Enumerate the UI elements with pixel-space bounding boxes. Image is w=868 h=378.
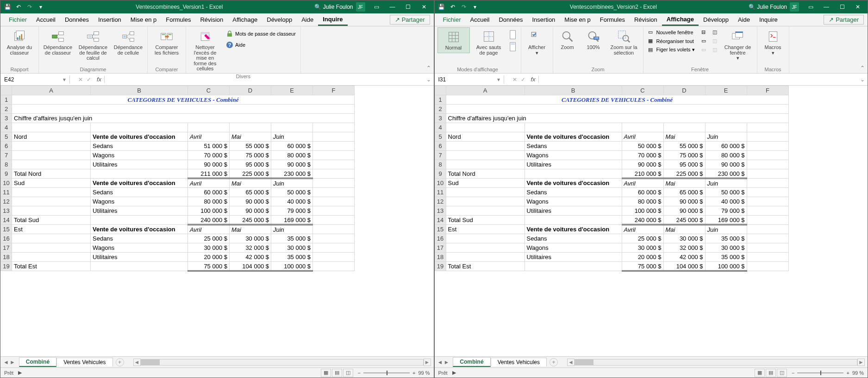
formula-input[interactable] bbox=[105, 79, 423, 81]
col-header[interactable]: B bbox=[91, 86, 188, 95]
tab-révision[interactable]: Révision bbox=[630, 13, 662, 26]
macro-rec-icon[interactable]: ▶ bbox=[452, 370, 456, 376]
reset-pos-button[interactable]: ◫ bbox=[711, 46, 719, 54]
select-all-button[interactable] bbox=[435, 86, 446, 95]
undo-button[interactable]: ↶ bbox=[448, 2, 458, 12]
share-button[interactable]: ↗Partager bbox=[390, 15, 430, 25]
scroll-left-icon[interactable]: ◄ bbox=[133, 359, 141, 366]
redo-button[interactable]: ↷ bbox=[25, 2, 35, 12]
save-button[interactable]: 💾 bbox=[2, 2, 12, 12]
col-header[interactable]: E bbox=[705, 86, 747, 95]
tab-inquire[interactable]: Inquire bbox=[755, 13, 782, 26]
unhide-button[interactable]: ▭ bbox=[699, 46, 708, 54]
qat-more-button[interactable]: ▾ bbox=[36, 2, 46, 12]
show-button[interactable]: Afficher▾ bbox=[524, 27, 550, 57]
ribbon-btn[interactable]: Comparer les fichiers bbox=[150, 27, 183, 57]
minimize-button[interactable]: — bbox=[818, 0, 834, 13]
zoom-selection-button[interactable]: Zoom sur la sélection bbox=[608, 27, 640, 57]
col-header[interactable]: F bbox=[313, 86, 355, 95]
fx-label[interactable]: fx bbox=[94, 76, 105, 83]
sheet-nav-prev[interactable]: ◄ bbox=[3, 359, 9, 366]
sheet-tab[interactable]: Ventes Vehicules bbox=[56, 358, 112, 366]
sheet-tab-active[interactable]: Combiné bbox=[453, 357, 490, 367]
collapse-ribbon-icon[interactable]: ⌃ bbox=[426, 65, 431, 71]
worksheet-area[interactable]: ABCDEF 1CATEGORIES DE VEHICULES - Combin… bbox=[435, 86, 868, 356]
save-button[interactable]: 💾 bbox=[437, 2, 447, 12]
switch-windows-button[interactable]: Changer de fenêtre▾ bbox=[722, 27, 754, 63]
zoom-level[interactable]: 99 % bbox=[852, 370, 864, 376]
ribbon-btn[interactable]: ?Aide bbox=[224, 40, 298, 50]
scroll-right-icon[interactable]: ► bbox=[857, 359, 865, 366]
user-label[interactable]: Julie FoulonJF bbox=[757, 2, 799, 12]
close-button[interactable]: ✕ bbox=[850, 0, 866, 13]
arrange-all-button[interactable]: ▦Réorganiser tout bbox=[646, 37, 697, 45]
ribbon-toggle-button[interactable]: ▭ bbox=[803, 0, 818, 13]
cancel-icon[interactable]: ✕ bbox=[512, 76, 517, 83]
zoom-in-button[interactable]: + bbox=[412, 370, 415, 376]
ribbon-btn[interactable]: Nettoyer l'excès de mise en forme des ce… bbox=[189, 27, 221, 74]
ribbon-btn[interactable]: Mots de passe de classeur bbox=[224, 29, 298, 38]
new-window-button[interactable]: ▭Nouvelle fenêtre bbox=[646, 28, 697, 36]
row-header[interactable]: 1 bbox=[435, 95, 446, 105]
tab-aide[interactable]: Aide bbox=[297, 13, 318, 26]
share-button[interactable]: ↗Partager bbox=[824, 15, 864, 25]
tab-développ[interactable]: Développ bbox=[699, 13, 733, 26]
formula-input[interactable] bbox=[539, 79, 857, 81]
add-sheet-button[interactable]: + bbox=[116, 358, 124, 366]
zoom-slider[interactable] bbox=[363, 372, 410, 373]
tab-données[interactable]: Données bbox=[494, 13, 527, 26]
qat-more-button[interactable]: ▾ bbox=[470, 2, 480, 12]
ribbon-btn[interactable]: Dépendance de cellule bbox=[112, 27, 144, 57]
view-break-icon[interactable]: ◫ bbox=[777, 369, 787, 377]
add-sheet-button[interactable]: + bbox=[550, 358, 558, 366]
sheet-tab-active[interactable]: Combiné bbox=[19, 357, 56, 367]
ribbon-btn[interactable]: Dépendance de feuille de calcul bbox=[77, 27, 109, 63]
name-box[interactable]: I31▾ bbox=[435, 75, 504, 84]
view-break-icon[interactable]: ◫ bbox=[343, 369, 353, 377]
view-normal-icon[interactable]: ▦ bbox=[321, 369, 331, 377]
ribbon-toggle-button[interactable]: ▭ bbox=[369, 0, 385, 13]
sync-scroll-button[interactable]: ◫ bbox=[711, 37, 719, 45]
h-scrollbar[interactable]: ◄ ► bbox=[567, 359, 865, 366]
user-label[interactable]: Julie FoulonJF bbox=[323, 2, 365, 12]
col-header[interactable]: A bbox=[446, 86, 525, 95]
redo-button[interactable]: ↷ bbox=[459, 2, 469, 12]
h-scrollbar[interactable]: ◄ ► bbox=[133, 359, 431, 366]
expand-formula-icon[interactable]: ⌄ bbox=[424, 76, 434, 83]
tab-affichage[interactable]: Affichage bbox=[228, 13, 262, 26]
custom-views-button[interactable] bbox=[508, 41, 518, 52]
view-pagebreaks-button[interactable]: Avec sauts de page bbox=[473, 27, 505, 57]
maximize-button[interactable]: ☐ bbox=[834, 0, 850, 13]
tab-affichage[interactable]: Affichage bbox=[662, 13, 699, 26]
sheet-nav-next[interactable]: ► bbox=[10, 359, 15, 366]
freeze-panes-button[interactable]: ▤Figer les volets ▾ bbox=[646, 46, 697, 54]
sheet-tab[interactable]: Ventes Vehicules bbox=[491, 358, 547, 366]
expand-formula-icon[interactable]: ⌄ bbox=[857, 76, 868, 83]
col-header[interactable]: D bbox=[230, 86, 271, 95]
zoom-out-button[interactable]: − bbox=[792, 370, 794, 376]
col-header[interactable]: A bbox=[12, 86, 91, 95]
col-header[interactable]: C bbox=[188, 86, 230, 95]
macros-button[interactable]: Macros▾ bbox=[760, 27, 786, 57]
undo-button[interactable]: ↶ bbox=[13, 2, 24, 12]
view-page-icon[interactable]: ▤ bbox=[332, 369, 342, 377]
sheet-nav-prev[interactable]: ◄ bbox=[437, 359, 443, 366]
cancel-icon[interactable]: ✕ bbox=[78, 76, 83, 83]
tab-insertion[interactable]: Insertion bbox=[527, 13, 560, 26]
row-header[interactable]: 1 bbox=[1, 95, 12, 105]
tab-mise en p[interactable]: Mise en p bbox=[560, 13, 595, 26]
col-header[interactable]: E bbox=[271, 86, 313, 95]
macro-rec-icon[interactable]: ▶ bbox=[18, 370, 22, 376]
col-header[interactable]: F bbox=[747, 86, 788, 95]
page-layout-button[interactable] bbox=[508, 29, 518, 40]
col-header[interactable]: D bbox=[663, 86, 705, 95]
sheet-nav-next[interactable]: ► bbox=[443, 359, 449, 366]
tab-formules[interactable]: Formules bbox=[161, 13, 195, 26]
col-header[interactable]: C bbox=[622, 86, 663, 95]
zoom-100-button[interactable]: 100100% bbox=[582, 27, 605, 52]
name-box[interactable]: E42▾ bbox=[0, 75, 70, 84]
scroll-right-icon[interactable]: ► bbox=[424, 359, 431, 366]
col-header[interactable]: B bbox=[525, 86, 622, 95]
zoom-out-button[interactable]: − bbox=[358, 370, 361, 376]
view-page-icon[interactable]: ▤ bbox=[766, 369, 776, 377]
